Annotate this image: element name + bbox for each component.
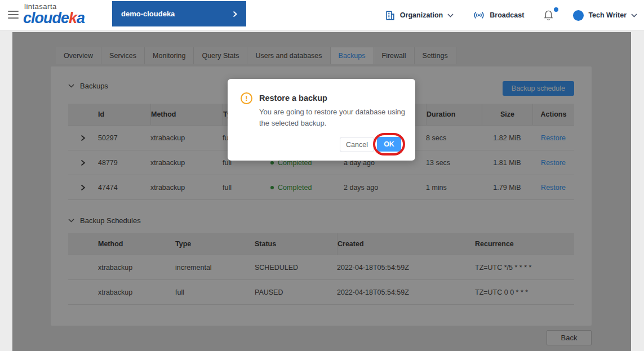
menu-icon[interactable] [8, 11, 19, 19]
chevron-right-icon [233, 11, 237, 17]
notifications-button[interactable] [543, 10, 554, 21]
broadcast-label: Broadcast [490, 11, 524, 19]
broadcast-menu[interactable]: Broadcast [473, 10, 524, 20]
ok-button[interactable]: OK [377, 137, 401, 152]
warning-icon [241, 92, 252, 104]
cancel-button[interactable]: Cancel [340, 137, 374, 152]
broadcast-icon [473, 10, 485, 20]
chevron-down-icon [447, 14, 454, 17]
project-name: demo-cloudeka [121, 10, 175, 18]
navbar-right-cluster: Organization Broadcast [385, 0, 637, 30]
dialog-message: You are going to restore your database u… [259, 106, 417, 129]
project-selector[interactable]: demo-cloudeka [112, 1, 246, 26]
brand-logo[interactable]: lintasarta cloudeka [23, 3, 85, 26]
organization-label: Organization [400, 11, 443, 19]
organization-menu[interactable]: Organization [385, 10, 454, 21]
avatar [573, 10, 584, 21]
bell-icon [543, 10, 554, 21]
brand-cloudeka: cloudeka [23, 11, 85, 26]
top-navbar: lintasarta cloudeka demo-cloudeka Organi… [0, 0, 644, 30]
dialog-title: Restore a backup [259, 94, 327, 103]
user-menu[interactable]: Tech Writer [573, 10, 637, 21]
notification-badge [554, 7, 558, 12]
chevron-down-icon [631, 14, 637, 17]
user-name: Tech Writer [588, 11, 627, 19]
organization-icon [385, 10, 396, 21]
